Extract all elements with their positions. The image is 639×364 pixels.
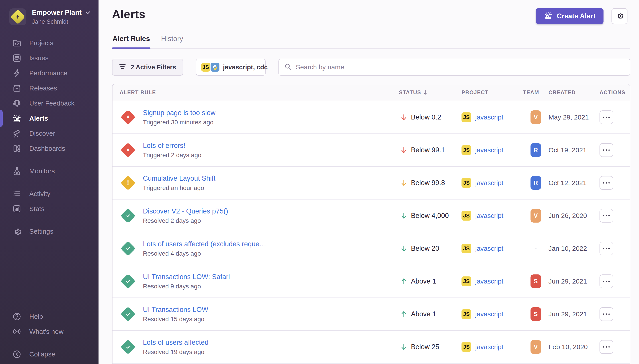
siren-icon — [544, 11, 553, 22]
created-date: Jun 29, 2021 — [548, 278, 599, 285]
status-value: Below 0.2 — [411, 113, 441, 121]
main-content: Alerts Create Alert Alert Rules History … — [99, 0, 639, 364]
sidebar-item-alerts[interactable]: Alerts — [0, 111, 99, 126]
sidebar-item-what-s-new[interactable]: What's new — [0, 324, 99, 339]
table-row[interactable]: Lots of errors! Triggered 2 days ago Bel… — [113, 134, 630, 167]
sidebar-item-discover[interactable]: Discover — [0, 126, 99, 141]
tab-bar: Alert Rules History — [112, 34, 630, 48]
column-alert-rule[interactable]: ALERT RULE — [113, 89, 399, 96]
tab-history[interactable]: History — [161, 34, 184, 48]
sidebar-item-dashboards[interactable]: Dashboards — [0, 141, 99, 156]
table-row[interactable]: Lots of users affected (excludes reque… … — [113, 232, 630, 265]
created-date: Jun 26, 2020 — [548, 212, 599, 220]
severity-diamond-icon — [121, 306, 136, 322]
search-box — [278, 59, 630, 76]
project-link[interactable]: javascript — [475, 212, 503, 220]
settings-icon — [12, 226, 22, 236]
alert-rule-link[interactable]: Lots of users affected (excludes reque… — [143, 240, 266, 248]
column-status[interactable]: STATUS — [399, 89, 462, 96]
stats-icon — [12, 204, 22, 214]
alert-rule-status-text: Resolved 4 days ago — [143, 250, 266, 257]
sidebar-item-issues[interactable]: Issues — [0, 50, 99, 66]
created-date: Feb 10, 2020 — [548, 343, 599, 351]
column-created[interactable]: CREATED — [548, 89, 599, 96]
threshold-arrow-icon — [401, 310, 407, 318]
table-row[interactable]: Discover V2 - Queries p75() Resolved 2 d… — [113, 200, 630, 232]
python-project-icon — [211, 63, 219, 72]
alert-rule-link[interactable]: UI Transactions LOW: Safari — [143, 273, 230, 281]
table-row[interactable]: UI Transactions LOW: Safari Resolved 9 d… — [113, 265, 630, 298]
table-row[interactable]: Lots of users affected Resolved 19 days … — [113, 331, 630, 364]
project-link[interactable]: javascript — [475, 179, 503, 187]
sidebar-item-projects[interactable]: Projects — [0, 36, 99, 50]
collapse-icon — [12, 349, 22, 359]
dashboards-icon — [12, 144, 22, 154]
sidebar-item-performance[interactable]: Performance — [0, 66, 99, 81]
gear-icon — [615, 12, 624, 21]
search-input[interactable] — [296, 64, 624, 71]
sidebar: Empower Plant Jane Schmidt ProjectsIssue… — [0, 0, 99, 364]
sidebar-item-label: Issues — [29, 54, 49, 62]
row-actions-button[interactable] — [599, 143, 613, 157]
sidebar-item-user-feedback[interactable]: User Feedback — [0, 96, 99, 111]
row-actions-button[interactable] — [599, 274, 613, 288]
row-actions-button[interactable] — [599, 176, 613, 190]
status-value: Above 1 — [411, 277, 436, 285]
sidebar-item-label: Performance — [29, 70, 68, 77]
javascript-project-icon: JS — [462, 342, 471, 352]
column-team[interactable]: TEAM — [523, 89, 548, 96]
table-row[interactable]: UI Transactions LOW Resolved 15 days ago… — [113, 298, 630, 331]
row-actions-button[interactable] — [599, 209, 613, 222]
whats-new-icon — [12, 327, 22, 336]
project-link[interactable]: javascript — [475, 146, 503, 154]
alert-rules-table: ALERT RULE STATUS PROJECT TEAM CREATED A… — [112, 84, 630, 364]
row-actions-button[interactable] — [599, 242, 613, 256]
alert-rule-link[interactable]: Lots of errors! — [143, 142, 201, 150]
row-actions-button[interactable] — [599, 110, 613, 124]
table-row[interactable]: ! Cumulative Layout Shift Triggered an h… — [113, 167, 630, 200]
sidebar-item-label: What's new — [29, 328, 64, 336]
severity-diamond-icon: ! — [121, 175, 136, 190]
tab-alert-rules[interactable]: Alert Rules — [112, 34, 150, 48]
sidebar-item-settings[interactable]: Settings — [0, 224, 99, 239]
sidebar-item-help[interactable]: Help — [0, 309, 99, 324]
table-row[interactable]: Signup page is too slow Triggered 30 min… — [113, 101, 630, 134]
sidebar-item-releases[interactable]: Releases — [0, 81, 99, 96]
sidebar-item-label: User Feedback — [29, 100, 74, 107]
alert-rule-link[interactable]: UI Transactions LOW — [143, 306, 208, 314]
active-filters-button[interactable]: 2 Active Filters — [112, 59, 183, 76]
team-avatar: R — [530, 143, 541, 157]
project-link[interactable]: javascript — [475, 245, 503, 252]
created-date: Jan 10, 2022 — [548, 245, 599, 252]
project-link[interactable]: javascript — [475, 114, 503, 121]
alert-rule-link[interactable]: Signup page is too slow — [143, 109, 215, 117]
column-project[interactable]: PROJECT — [462, 89, 523, 96]
sidebar-item-activity[interactable]: Activity — [0, 186, 99, 201]
user-feedback-icon — [12, 98, 22, 108]
project-link[interactable]: javascript — [475, 278, 503, 285]
org-switcher[interactable]: Empower Plant Jane Schmidt — [0, 0, 99, 25]
sidebar-item-label: Activity — [29, 190, 50, 198]
row-actions-button[interactable] — [599, 340, 613, 354]
alert-rule-link[interactable]: Discover V2 - Queries p75() — [143, 207, 228, 215]
create-alert-button[interactable]: Create Alert — [536, 8, 603, 24]
status-value: Below 25 — [411, 343, 439, 351]
sidebar-item-monitors[interactable]: Monitors — [0, 164, 99, 179]
alert-rule-link[interactable]: Lots of users affected — [143, 338, 209, 346]
project-link[interactable]: javascript — [475, 310, 503, 318]
project-link[interactable]: javascript — [475, 343, 503, 351]
team-avatar: S — [530, 307, 541, 321]
sidebar-item-label: Stats — [29, 205, 44, 212]
row-actions-button[interactable] — [599, 307, 613, 321]
team-avatar: V — [530, 110, 541, 124]
sidebar-item-stats[interactable]: Stats — [0, 201, 99, 216]
performance-icon — [12, 68, 22, 78]
alert-rule-link[interactable]: Cumulative Layout Shift — [143, 174, 215, 182]
issues-icon — [12, 53, 22, 63]
sidebar-item-label: Alerts — [29, 114, 48, 122]
alert-rule-status-text: Resolved 9 days ago — [143, 283, 230, 290]
sidebar-item-collapse[interactable]: Collapse — [0, 347, 99, 362]
sidebar-item-label: Help — [29, 313, 43, 320]
alerts-settings-button[interactable] — [611, 8, 627, 24]
project-environment-selector[interactable]: JS javascript, cdc — [196, 59, 266, 76]
